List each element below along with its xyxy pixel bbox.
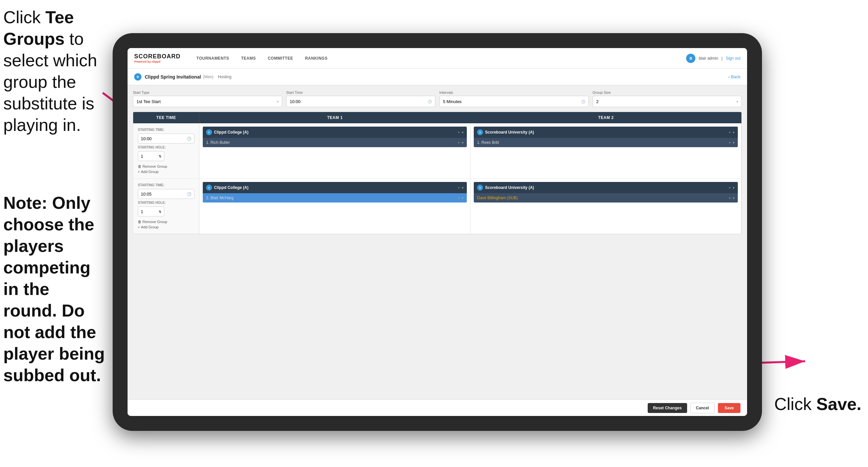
start-time-input[interactable]: 10:00 🕐: [286, 96, 436, 107]
navbar: SCOREBOARD Powered by clippd TOURNAMENTS…: [128, 48, 747, 68]
team-cell-1-2: S Scoreboard University (A) × ▾ 1. Rees …: [470, 123, 741, 178]
player-close-icon-3[interactable]: ×: [458, 196, 460, 200]
team-entry-header-1-2: S Scoreboard University (A) × ▾: [474, 126, 738, 138]
player-close-icon[interactable]: ×: [458, 141, 460, 145]
chevron-icon-2[interactable]: ▾: [733, 130, 735, 134]
player-name-1-2-0: 1. Rees Britt: [477, 140, 727, 145]
time-input-1[interactable]: 10:00 🕐: [138, 134, 194, 144]
starting-hole-label-2: STARTING HOLE:: [138, 201, 194, 204]
team-name-2-2: Scoreboard University (A): [485, 185, 727, 190]
col-tee-time: Tee Time: [133, 112, 199, 123]
nav-items: TOURNAMENTS TEAMS COMMITTEE RANKINGS: [190, 48, 686, 68]
nav-tournaments[interactable]: TOURNAMENTS: [190, 48, 235, 68]
player-chevron-icon[interactable]: ▾: [462, 141, 464, 145]
group-actions-1: 🗑 Remove Group + Add Group: [138, 165, 194, 174]
sign-out-link[interactable]: Sign out: [726, 56, 740, 61]
chevron-icon-4[interactable]: ▾: [733, 186, 735, 189]
team-entry-actions-2-2: × ▾: [729, 185, 735, 189]
nav-teams[interactable]: TEAMS: [235, 48, 262, 68]
group-size-input[interactable]: 2 ▾: [593, 96, 742, 107]
instruction-save: Click Save.: [774, 394, 861, 414]
tablet-shell: SCOREBOARD Powered by clippd TOURNAMENTS…: [113, 33, 762, 431]
clock-icon-2: 🕐: [581, 100, 585, 104]
starting-hole-label-1: STARTING HOLE:: [138, 146, 194, 149]
team-entry-actions-1-1: × ▾: [458, 130, 464, 134]
tablet-screen: SCOREBOARD Powered by clippd TOURNAMENTS…: [128, 48, 747, 416]
user-label: blair admin: [699, 56, 718, 61]
team-logo-1-1: C: [206, 129, 212, 135]
add-group-btn-2[interactable]: + Add Group: [138, 225, 194, 229]
instruction-save-prefix: Click: [774, 395, 816, 414]
intervals-field: Intervals 5 Minutes 🕐: [439, 90, 589, 107]
chevron-up-down-icon: ⇅: [159, 154, 161, 158]
clock-icon-3: 🕐: [187, 137, 191, 141]
start-time-label: Start Time: [286, 90, 436, 94]
nav-rankings[interactable]: RANKINGS: [299, 48, 334, 68]
separator: |: [721, 56, 722, 61]
player-chevron-icon-4[interactable]: ▾: [733, 196, 735, 200]
player-chevron-icon-2[interactable]: ▾: [733, 141, 735, 145]
player-name-2-2-0: Dave Billingham (SUB): [477, 196, 727, 200]
instruction-note: Note: Only choose the players competing …: [3, 192, 106, 386]
cancel-button[interactable]: Cancel: [690, 403, 715, 413]
svg-line-3: [755, 361, 805, 363]
add-group-btn-1[interactable]: + Add Group: [138, 170, 194, 174]
group-row: STARTING TIME: 10:00 🕐 STARTING HOLE: 1 …: [133, 123, 741, 179]
event-gender: (Men): [203, 75, 213, 79]
player-close-icon-2[interactable]: ×: [729, 141, 731, 145]
player-row-2-1-0: 2. Blair McHarg × ▾: [203, 193, 467, 203]
nav-committee[interactable]: COMMITTEE: [262, 48, 299, 68]
remove-group-btn-1[interactable]: 🗑 Remove Group: [138, 165, 194, 168]
plus-icon: +: [138, 170, 140, 174]
close-icon-3[interactable]: ×: [458, 185, 460, 189]
intervals-input[interactable]: 5 Minutes 🕐: [439, 96, 589, 107]
player-chevron-icon-3[interactable]: ▾: [462, 196, 464, 200]
team-entry-2-1: C Clippd College (A) × ▾ 2. Blair McHarg…: [203, 182, 467, 203]
chevron-icon[interactable]: ▾: [462, 130, 464, 134]
reset-changes-button[interactable]: Reset Changes: [648, 403, 687, 413]
team-entry-actions-2-1: × ▾: [458, 185, 464, 189]
start-type-input[interactable]: 1st Tee Start ▾: [133, 96, 282, 107]
save-button[interactable]: Save: [718, 403, 740, 413]
main-content: Start Type 1st Tee Start ▾ Start Time 10…: [128, 85, 747, 399]
team-name-1-1: Clippd College (A): [214, 130, 456, 135]
instruction-top: Click Tee Groups to select which group t…: [3, 7, 106, 136]
chevron-down-icon-2: ▾: [737, 100, 738, 104]
group-size-field: Group Size 2 ▾: [593, 90, 742, 107]
starting-time-label-2: STARTING TIME:: [138, 183, 194, 187]
player-row-1-2-0: 1. Rees Britt × ▾: [474, 138, 738, 147]
group-actions-2: 🗑 Remove Group + Add Group: [138, 220, 194, 229]
team-logo-1-2: S: [477, 129, 483, 135]
time-input-2[interactable]: 10:05 🕐: [138, 189, 194, 199]
close-icon[interactable]: ×: [458, 130, 460, 134]
close-icon-2[interactable]: ×: [729, 130, 731, 134]
sub-header: B Clippd Spring Invitational (Men) Hosti…: [128, 68, 747, 85]
start-type-field: Start Type 1st Tee Start ▾: [133, 90, 282, 107]
tee-table: Tee Time Team 1 Team 2 STARTING TIME: 10…: [133, 112, 742, 234]
group-row-2: STARTING TIME: 10:05 🕐 STARTING HOLE: 1 …: [133, 179, 741, 234]
team-entry-header-1-1: C Clippd College (A) × ▾: [203, 126, 467, 138]
hosting-badge: Hosting: [218, 75, 231, 79]
chevron-up-down-icon-2: ⇅: [159, 210, 161, 213]
close-icon-4[interactable]: ×: [729, 185, 731, 189]
player-close-icon-4[interactable]: ×: [729, 196, 731, 200]
back-button[interactable]: ‹ Back: [728, 74, 740, 79]
chevron-icon-3[interactable]: ▾: [462, 186, 464, 189]
team-logo-2-1: C: [206, 185, 212, 191]
player-name-1-1-0: 1. Rich Butler: [206, 140, 456, 145]
team-entry-header-2-2: S Scoreboard University (A) × ▾: [474, 182, 738, 193]
logo-area: SCOREBOARD Powered by clippd: [134, 53, 181, 63]
team-cell-1-1: C Clippd College (A) × ▾ 1. Rich Butler …: [199, 123, 470, 178]
hole-input-2[interactable]: 1 ⇅: [138, 206, 164, 216]
nav-right: B blair admin | Sign out: [686, 54, 740, 63]
col-team1: Team 1: [199, 112, 470, 123]
hole-input-1[interactable]: 1 ⇅: [138, 151, 164, 161]
tee-table-header: Tee Time Team 1 Team 2: [133, 112, 741, 123]
remove-group-btn-2[interactable]: 🗑 Remove Group: [138, 220, 194, 224]
team-name-2-1: Clippd College (A): [214, 185, 456, 190]
start-time-field: Start Time 10:00 🕐: [286, 90, 436, 107]
player-row-1-1-0: 1. Rich Butler × ▾: [203, 138, 467, 147]
chevron-down-icon: ▾: [277, 100, 279, 104]
col-team2: Team 2: [470, 112, 741, 123]
clock-icon-4: 🕐: [187, 192, 191, 196]
